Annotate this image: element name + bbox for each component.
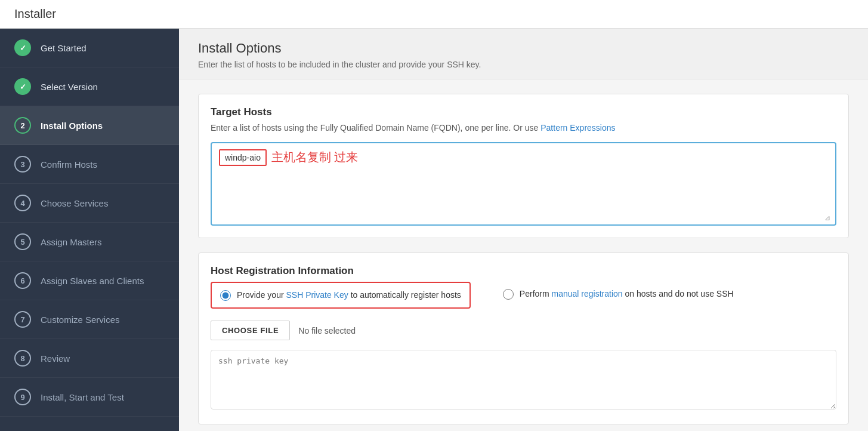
content-title: Install Options	[198, 41, 849, 56]
radio-ssh-label: Provide your SSH Private Key to automati…	[237, 289, 461, 301]
content-header: Install Options Enter the list of hosts …	[179, 29, 868, 79]
sidebar-item-choose-services[interactable]: 4 Choose Services	[0, 184, 179, 223]
sidebar-label-customize-services: Customize Services	[41, 315, 120, 325]
step-circle-1: ✓	[14, 39, 31, 56]
step-circle-7: 6	[14, 272, 31, 289]
sidebar-item-assign-slaves[interactable]: 6 Assign Slaves and Clients	[0, 261, 179, 300]
sidebar-label-confirm-hosts: Confirm Hosts	[41, 159, 97, 170]
sidebar-item-get-started[interactable]: ✓ Get Started	[0, 29, 179, 67]
target-hosts-title: Target Hosts	[211, 106, 836, 118]
file-upload-row: CHOOSE FILE No file selected	[211, 321, 836, 340]
app-title: Installer	[14, 7, 56, 20]
resize-handle: ⊿	[824, 214, 833, 222]
hosts-input-wrapper: windp-aio 主机名复制 过来 ⊿	[211, 142, 836, 226]
host-annotation: 主机名复制 过来	[271, 149, 359, 165]
radio-manual-label: Perform manual registration on hosts and…	[520, 288, 734, 300]
content-subtitle: Enter the list of hosts to be included i…	[198, 60, 849, 69]
radio-ssh-input[interactable]	[220, 290, 231, 301]
step-circle-10: 9	[14, 389, 31, 405]
target-hosts-description: Enter a list of hosts using the Fully Qu…	[211, 123, 836, 133]
registration-section: Host Registration Information Provide yo…	[198, 253, 849, 424]
registration-title: Host Registration Information	[211, 265, 836, 277]
sidebar-item-customize-services[interactable]: 7 Customize Services	[0, 300, 179, 339]
sidebar-item-install-start-test[interactable]: 9 Install, Start and Test	[0, 378, 179, 417]
manual-registration-link[interactable]: manual registration	[552, 289, 623, 298]
step-circle-4: 3	[14, 156, 31, 173]
sidebar-label-review: Review	[41, 353, 70, 364]
main-content: Install Options Enter the list of hosts …	[179, 29, 868, 431]
sidebar-item-assign-masters[interactable]: 5 Assign Masters	[0, 223, 179, 261]
sidebar-item-select-version[interactable]: ✓ Select Version	[0, 67, 179, 106]
sidebar-label-get-started: Get Started	[41, 43, 87, 53]
choose-file-button[interactable]: CHOOSE FILE	[211, 321, 290, 340]
sidebar-item-review[interactable]: 8 Review	[0, 339, 179, 378]
radio-manual-input[interactable]	[503, 289, 514, 300]
host-tag: windp-aio	[219, 149, 267, 166]
target-hosts-section: Target Hosts Enter a list of hosts using…	[198, 94, 849, 238]
sidebar-label-select-version: Select Version	[41, 82, 98, 92]
step-circle-9: 8	[14, 350, 31, 367]
sidebar-item-install-options[interactable]: 2 Install Options	[0, 106, 179, 145]
ssh-key-textarea[interactable]	[211, 350, 836, 410]
content-body: Target Hosts Enter a list of hosts using…	[179, 79, 868, 431]
sidebar-item-confirm-hosts[interactable]: 3 Confirm Hosts	[0, 145, 179, 184]
pattern-expressions-link[interactable]: Pattern Expressions	[540, 123, 615, 133]
step-circle-2: ✓	[14, 78, 31, 95]
no-file-label: No file selected	[298, 326, 356, 335]
app-header: Installer	[0, 0, 868, 29]
sidebar-label-install-options: Install Options	[41, 121, 103, 131]
sidebar-label-install-start-test: Install, Start and Test	[41, 392, 124, 402]
sidebar: ✓ Get Started ✓ Select Version 2 Install…	[0, 29, 179, 431]
step-circle-8: 7	[14, 311, 31, 328]
sidebar-label-choose-services: Choose Services	[41, 198, 108, 208]
radio-option-ssh[interactable]: Provide your SSH Private Key to automati…	[211, 282, 471, 309]
step-circle-3: 2	[14, 117, 31, 134]
radio-option-manual[interactable]: Perform manual registration on hosts and…	[495, 282, 742, 309]
registration-options: Provide your SSH Private Key to automati…	[211, 282, 836, 309]
main-layout: ✓ Get Started ✓ Select Version 2 Install…	[0, 29, 868, 431]
sidebar-label-assign-masters: Assign Masters	[41, 237, 102, 247]
step-circle-6: 5	[14, 233, 31, 250]
sidebar-label-assign-slaves: Assign Slaves and Clients	[41, 276, 144, 286]
step-circle-5: 4	[14, 195, 31, 211]
ssh-private-key-link[interactable]: SSH Private Key	[286, 290, 348, 300]
